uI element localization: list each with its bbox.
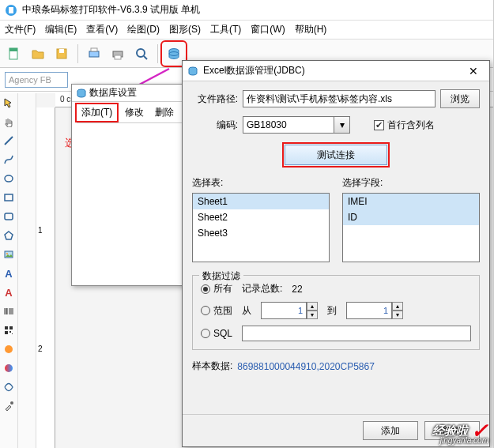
eyedropper-tool[interactable] (0, 397, 17, 416)
barcode-tool[interactable] (0, 302, 17, 321)
chevron-down-icon[interactable]: ▾ (334, 116, 350, 134)
curve-tool[interactable] (0, 378, 17, 397)
print-setup-button[interactable] (83, 43, 105, 65)
db-settings-tabs: 添加(T) 修改 删除 (72, 102, 187, 122)
svg-rect-6 (89, 51, 99, 57)
ruler-v-tick-1: 1 (38, 226, 43, 235)
filter-legend: 数据过滤 (199, 269, 243, 283)
table-item[interactable]: Sheet3 (193, 225, 329, 241)
menubar: 文件(F) 编辑(E) 查看(V) 绘图(D) 图形(S) 工具(T) 窗口(W… (0, 21, 493, 40)
record-count-value: 22 (292, 284, 302, 295)
svg-point-16 (5, 175, 13, 182)
filter-sql-radio[interactable]: SQL (201, 328, 232, 339)
close-button[interactable]: ✕ (462, 63, 485, 79)
add-button[interactable]: 添加 (363, 421, 418, 440)
db-edit-tab[interactable]: 修改 (120, 104, 149, 121)
range-to-spinner[interactable]: 1 ▴▾ (346, 302, 403, 319)
file-path-input[interactable]: 作资料\测试\手机标签\标签内容.xls (243, 90, 436, 107)
menu-draw[interactable]: 绘图(D) (127, 23, 160, 36)
svg-point-33 (5, 345, 13, 353)
table-item[interactable]: Sheet2 (193, 209, 329, 225)
sql-input[interactable] (242, 326, 471, 341)
table-item[interactable]: Sheet1 (193, 194, 329, 209)
spin-down-icon[interactable]: ▾ (307, 311, 318, 319)
filter-all-radio[interactable]: 所有 (201, 282, 232, 296)
ruler-vertical: 1 2 (36, 107, 55, 448)
range-from-spinner[interactable]: 1 ▴▾ (261, 302, 318, 319)
app-logo-icon (5, 4, 17, 17)
svg-rect-30 (5, 331, 8, 334)
dialog-titlebar[interactable]: Excel数据源管理(JDBC) ✕ (183, 61, 489, 81)
encoding-label: 编码: (192, 119, 238, 132)
svg-line-11 (144, 56, 147, 59)
bezier-tool[interactable] (0, 150, 17, 169)
menu-help[interactable]: 帮助(H) (295, 23, 327, 36)
table-listbox[interactable]: Sheet1 Sheet2 Sheet3 (192, 193, 330, 262)
polygon-tool[interactable] (0, 226, 17, 245)
preview-button[interactable] (130, 43, 153, 65)
gradient-tool[interactable] (0, 359, 17, 378)
svg-rect-28 (5, 326, 8, 329)
svg-rect-32 (12, 333, 13, 334)
main-titlebar: 中琅条码标签打印软件-V6.3.9 试用版 单机 (0, 0, 493, 21)
test-connection-button[interactable]: 测试连接 (285, 145, 387, 165)
ellipse-tool[interactable] (0, 169, 17, 188)
check-icon: ✔ (374, 120, 384, 130)
spin-up-icon[interactable]: ▴ (392, 302, 403, 311)
radio-icon (201, 284, 210, 294)
to-label: 到 (327, 304, 337, 318)
rect-tool[interactable] (0, 188, 17, 207)
radio-icon (201, 329, 210, 338)
db-delete-tab[interactable]: 删除 (150, 104, 179, 121)
text-tool[interactable]: A (0, 264, 17, 283)
left-tool-panel: A A (0, 93, 36, 448)
save-button[interactable] (51, 43, 73, 65)
db-settings-dialog: 数据库设置 添加(T) 修改 删除 (71, 84, 188, 286)
svg-point-35 (10, 401, 13, 405)
fill-tool[interactable] (0, 340, 17, 359)
pointer-tool[interactable] (0, 93, 17, 112)
db-icon (77, 88, 86, 98)
filter-all-label: 所有 (213, 282, 232, 296)
richtext-tool[interactable]: A (0, 283, 17, 302)
menu-file[interactable]: 文件(F) (5, 23, 36, 36)
field-item[interactable]: IMEI (343, 194, 479, 209)
menu-shape[interactable]: 图形(S) (169, 23, 201, 36)
filter-range-label: 范围 (213, 304, 232, 318)
spin-down-icon[interactable]: ▾ (392, 311, 403, 319)
qrcode-tool[interactable] (0, 321, 17, 340)
svg-rect-3 (9, 48, 17, 51)
print-button[interactable] (107, 43, 129, 65)
encoding-combo[interactable]: GB18030 ▾ (243, 116, 350, 134)
line-tool[interactable] (0, 131, 17, 150)
db-settings-title: 数据库设置 (89, 86, 137, 100)
roundrect-tool[interactable] (0, 207, 17, 226)
watermark: 经验啦 ✓ jingyanla.com (432, 419, 488, 443)
toolbar-separator (157, 44, 158, 63)
hand-tool[interactable] (0, 112, 17, 131)
svg-point-21 (6, 253, 8, 254)
field-listbox[interactable]: IMEI ID (342, 193, 480, 262)
svg-rect-31 (9, 331, 11, 333)
image-tool[interactable] (0, 245, 17, 264)
excel-datasource-dialog: Excel数据源管理(JDBC) ✕ 文件路径: 作资料\测试\手机标签\标签内… (182, 60, 490, 447)
browse-button[interactable]: 浏览 (440, 89, 480, 108)
spin-up-icon[interactable]: ▴ (307, 302, 318, 311)
menu-window[interactable]: 窗口(W) (251, 23, 285, 36)
svg-rect-1 (9, 7, 13, 13)
record-count-label: 记录总数: (242, 282, 282, 296)
data-filter-fieldset: 数据过滤 所有 记录总数: 22 范围 从 1 (192, 275, 480, 350)
menu-edit[interactable]: 编辑(E) (45, 23, 77, 36)
new-doc-button[interactable] (3, 43, 25, 65)
db-settings-titlebar[interactable]: 数据库设置 (72, 85, 187, 102)
app-title: 中琅条码标签打印软件-V6.3.9 试用版 单机 (22, 3, 200, 17)
filter-range-radio[interactable]: 范围 (201, 304, 232, 318)
svg-rect-5 (59, 49, 64, 53)
first-row-checkbox[interactable]: ✔ 首行含列名 (374, 119, 435, 132)
db-add-tab[interactable]: 添加(T) (75, 103, 119, 122)
open-button[interactable] (27, 43, 49, 65)
menu-tool[interactable]: 工具(T) (210, 23, 241, 36)
font-name-combo[interactable]: Agency FB (5, 72, 68, 88)
menu-view[interactable]: 查看(V) (86, 23, 118, 36)
field-item[interactable]: ID (343, 209, 479, 225)
